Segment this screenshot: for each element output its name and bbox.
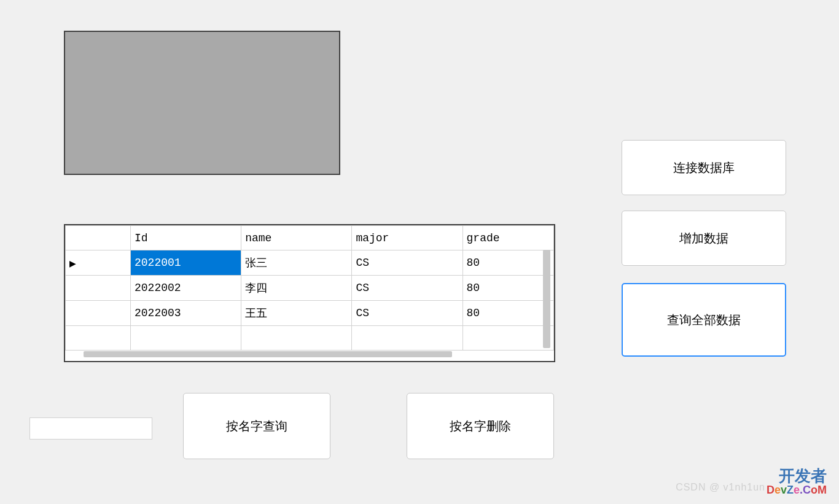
cell-grade[interactable]: 80 — [462, 301, 553, 326]
cell-major[interactable]: CS — [352, 276, 462, 301]
table-row-empty[interactable] — [66, 326, 554, 351]
cell-grade[interactable]: 80 — [462, 276, 553, 301]
connect-database-button[interactable]: 连接数据库 — [622, 140, 786, 195]
header-grade[interactable]: grade — [462, 226, 553, 250]
empty-cell[interactable] — [241, 326, 352, 351]
watermark-line1: 开发者 — [767, 467, 827, 485]
delete-by-name-button[interactable]: 按名字删除 — [407, 393, 554, 459]
header-blank — [66, 226, 131, 250]
cell-grade[interactable]: 80 — [462, 250, 553, 276]
empty-cell[interactable] — [131, 326, 241, 351]
horizontal-scrollbar[interactable] — [84, 351, 452, 357]
cell-name[interactable]: 李四 — [241, 276, 352, 301]
header-major[interactable]: major — [352, 226, 462, 250]
empty-cell[interactable] — [462, 326, 553, 351]
header-id[interactable]: Id — [131, 226, 241, 250]
cell-name[interactable]: 张三 — [241, 250, 352, 276]
csdn-watermark: CSDN @ v1nh1un — [676, 482, 765, 493]
data-grid[interactable]: Id name major grade ▶2022001张三CS80202200… — [64, 224, 555, 362]
cell-id[interactable]: 2022001 — [131, 250, 241, 276]
cell-major[interactable]: CS — [352, 250, 462, 276]
data-table: Id name major grade ▶2022001张三CS80202200… — [65, 225, 554, 351]
cell-id[interactable]: 2022003 — [131, 301, 241, 326]
row-indicator-cell[interactable] — [66, 301, 131, 326]
table-row[interactable]: 2022003王五CS80 — [66, 301, 554, 326]
cell-name[interactable]: 王五 — [241, 301, 352, 326]
empty-cell[interactable] — [66, 326, 131, 351]
vertical-scrollbar[interactable] — [543, 250, 550, 348]
row-indicator-cell[interactable] — [66, 276, 131, 301]
site-watermark: 开发者 DevZe.CoM — [767, 467, 827, 497]
row-indicator-cell[interactable]: ▶ — [66, 250, 131, 276]
triangle-right-icon: ▶ — [69, 258, 76, 269]
watermark-line2: DevZe.CoM — [767, 484, 827, 497]
table-header-row: Id name major grade — [66, 226, 554, 250]
table-row[interactable]: ▶2022001张三CS80 — [66, 250, 554, 276]
query-all-data-button[interactable]: 查询全部数据 — [622, 283, 786, 357]
empty-cell[interactable] — [352, 326, 462, 351]
cell-major[interactable]: CS — [352, 301, 462, 326]
header-name[interactable]: name — [241, 226, 352, 250]
image-placeholder-panel — [64, 31, 340, 175]
table-row[interactable]: 2022002李四CS80 — [66, 276, 554, 301]
cell-id[interactable]: 2022002 — [131, 276, 241, 301]
query-by-name-button[interactable]: 按名字查询 — [183, 393, 330, 459]
add-data-button[interactable]: 增加数据 — [622, 211, 786, 266]
name-input[interactable] — [29, 417, 152, 440]
